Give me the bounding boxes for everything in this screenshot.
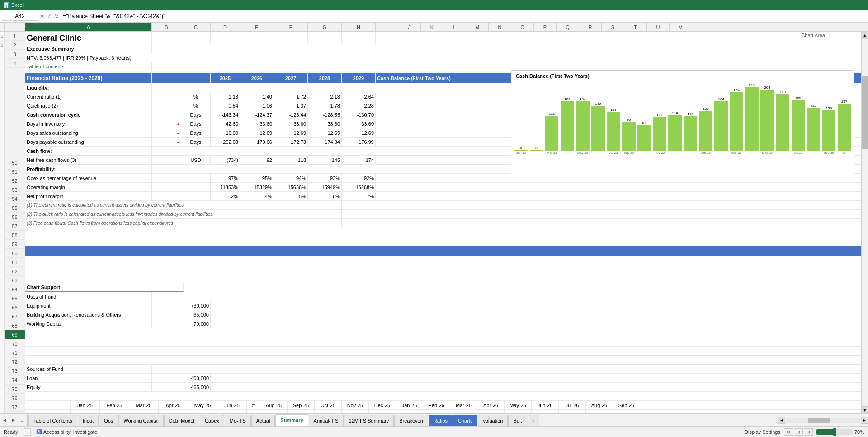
tab-mo-fs[interactable]: Mo- FS xyxy=(225,415,251,426)
row-num-63[interactable]: 63 xyxy=(5,276,25,285)
col-header-E[interactable]: E xyxy=(240,23,274,31)
normal-view-btn[interactable]: ⊟ xyxy=(784,428,793,436)
cell-A62[interactable]: Operating margin xyxy=(25,183,152,191)
row-num-65[interactable]: 65 xyxy=(5,294,25,303)
tab-ratios[interactable]: Ratios xyxy=(429,415,453,426)
group-level-1[interactable]: 1 xyxy=(0,32,4,41)
cell-A1[interactable]: General Clinic xyxy=(25,32,152,44)
zoom-slider-thumb[interactable] xyxy=(833,428,836,436)
row-num-77[interactable]: 77 xyxy=(5,403,25,412)
tab-actual[interactable]: Actual xyxy=(251,415,275,426)
tab-annual-fs[interactable]: Annual- FS xyxy=(309,415,344,426)
tab-capex[interactable]: Capex xyxy=(200,415,224,426)
row-num-73[interactable]: 73 xyxy=(5,366,25,375)
row-num-70[interactable]: 70 xyxy=(5,339,25,348)
cell-A4-toc[interactable]: Table of contents xyxy=(25,62,152,71)
tab-more[interactable]: ... xyxy=(18,414,27,427)
scroll-track[interactable] xyxy=(862,39,868,406)
group-level-2[interactable]: 2 xyxy=(0,41,4,50)
display-settings-label[interactable]: Display Settings xyxy=(745,429,780,435)
row-num-59[interactable]: 59 xyxy=(5,240,25,249)
cell-A63[interactable]: Net profit margin xyxy=(25,192,152,200)
tab-charts[interactable]: Charts xyxy=(453,415,477,426)
col-header-K[interactable]: K xyxy=(421,23,443,31)
col-header-L[interactable]: L xyxy=(443,23,466,31)
row-num-74[interactable]: 74 xyxy=(5,375,25,385)
cell-A61[interactable]: Opex as percentage of revenue xyxy=(25,174,152,182)
col-header-Q[interactable]: Q xyxy=(557,23,579,31)
row-num-51[interactable]: 51 xyxy=(5,167,25,176)
row-num-66[interactable]: 66 xyxy=(5,303,25,312)
col-header-R[interactable]: R xyxy=(579,23,602,31)
tab-input[interactable]: Input xyxy=(78,415,99,426)
col-header-T[interactable]: T xyxy=(624,23,647,31)
row-num-64[interactable]: 64 xyxy=(5,285,25,294)
col-header-A[interactable]: A xyxy=(25,23,152,31)
tab-breakeven[interactable]: Breakeven xyxy=(394,415,428,426)
col-header-D[interactable]: D xyxy=(211,23,240,31)
row-num-76[interactable]: 76 xyxy=(5,394,25,403)
hscroll-track[interactable] xyxy=(786,418,860,423)
col-header-M[interactable]: M xyxy=(466,23,489,31)
col-header-J[interactable]: J xyxy=(398,23,421,31)
col-header-P[interactable]: P xyxy=(534,23,557,31)
row-num-71[interactable]: 71 xyxy=(5,348,25,357)
col-header-H[interactable]: H xyxy=(342,23,376,31)
row-num-3[interactable]: 3 xyxy=(5,50,25,59)
col-header-S[interactable]: S xyxy=(602,23,624,31)
zoom-slider[interactable] xyxy=(816,429,853,435)
row-num-75[interactable]: 75 xyxy=(5,385,25,394)
normal-view-icon[interactable]: ⊞ xyxy=(24,428,31,436)
row-num-72[interactable]: 72 xyxy=(5,357,25,366)
row-num-55[interactable]: 55 xyxy=(5,204,25,213)
cancel-icon[interactable]: ✕ xyxy=(40,13,44,19)
col-header-G[interactable]: G xyxy=(308,23,342,31)
tab-ops[interactable]: Ops xyxy=(99,415,118,426)
row-num-56[interactable]: 56 xyxy=(5,213,25,222)
horizontal-scrollbar[interactable]: ◄ ► xyxy=(778,414,868,426)
cell-A54[interactable]: Cash conversion cycle xyxy=(25,110,152,119)
row-num-57[interactable]: 57 xyxy=(5,222,25,231)
hscroll-left[interactable]: ◄ xyxy=(778,417,785,424)
tab-valuation[interactable]: valuation xyxy=(478,415,508,426)
page-layout-btn[interactable]: ⊡ xyxy=(794,428,803,436)
row-num-4[interactable]: 4 xyxy=(5,59,25,68)
tab-add[interactable]: + xyxy=(529,415,539,426)
scroll-down-arrow[interactable]: ▼ xyxy=(862,406,868,413)
row-num-61[interactable]: 61 xyxy=(5,258,25,267)
cell-A55[interactable]: Days in inventory xyxy=(25,119,152,128)
scroll-up-arrow[interactable]: ▲ xyxy=(862,32,868,39)
fx-icon[interactable]: fx xyxy=(54,13,58,19)
tab-working-capital[interactable]: Working Capital xyxy=(118,415,163,426)
tab-debt-model[interactable]: Debt Model xyxy=(164,415,199,426)
row-num-54[interactable]: 54 xyxy=(5,195,25,204)
row-num-1[interactable]: 1 xyxy=(5,32,25,41)
tab-12m-fs-summary[interactable]: 12M FS Summary xyxy=(344,415,394,426)
cell-A53[interactable]: Quick ratio (2) xyxy=(25,101,152,110)
row-num-58[interactable]: 58 xyxy=(5,231,25,240)
tab-table-of-contents[interactable]: Table of Contents xyxy=(28,415,77,426)
cell-A57[interactable]: Days payable outstanding xyxy=(25,138,152,146)
col-header-F[interactable]: F xyxy=(274,23,308,31)
cell-A52[interactable]: Current ratio (1) xyxy=(25,92,152,101)
tab-summary[interactable]: Summary xyxy=(275,414,308,426)
col-header-C[interactable]: C xyxy=(181,23,211,31)
tab-bu[interactable]: Bu... xyxy=(508,415,528,426)
row-num-2[interactable]: 2 xyxy=(5,41,25,50)
confirm-icon[interactable]: ✓ xyxy=(47,13,52,19)
cell-A50[interactable]: Financial Ratios (2025 - 2029) xyxy=(25,73,152,83)
cell-A59[interactable]: Net free cash flows (3) xyxy=(25,156,152,164)
row-num-60[interactable]: 60 xyxy=(5,249,25,258)
scroll-thumb[interactable] xyxy=(862,76,868,149)
row-num-52[interactable]: 52 xyxy=(5,176,25,185)
row-num-62[interactable]: 62 xyxy=(5,267,25,276)
vertical-scrollbar[interactable]: ▲ ▼ xyxy=(861,32,868,413)
cell-A2[interactable]: Executive Summary xyxy=(25,44,152,53)
col-header-B[interactable]: B xyxy=(152,23,181,31)
page-break-btn[interactable]: ⊞ xyxy=(804,428,813,436)
hscroll-thumb[interactable] xyxy=(808,418,830,423)
row-num-67[interactable]: 67 xyxy=(5,312,25,321)
cell-A3[interactable]: NPV: 3,083,477 | IRR 29% | Payback: 6 Ye… xyxy=(25,53,251,62)
col-header-N[interactable]: N xyxy=(489,23,511,31)
hscroll-right[interactable]: ► xyxy=(861,417,868,424)
